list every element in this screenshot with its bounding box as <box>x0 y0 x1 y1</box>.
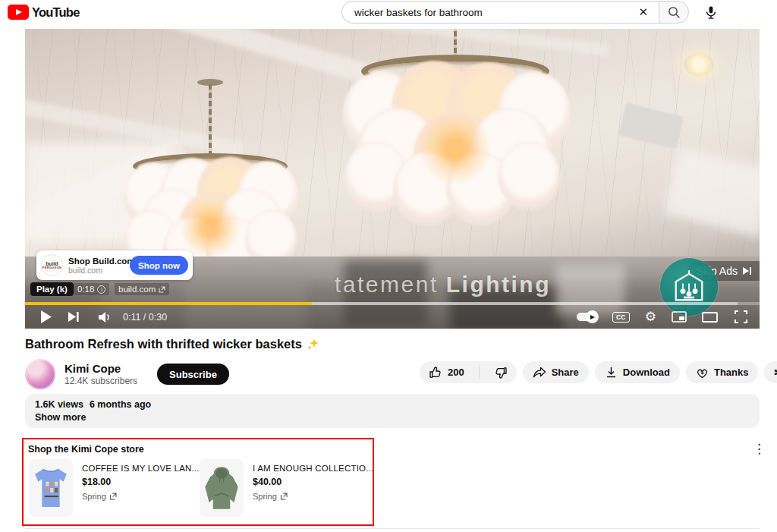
channel-name[interactable]: Kimi Cope <box>64 362 137 375</box>
ad-progress-played <box>25 302 312 305</box>
voice-search-button[interactable] <box>702 4 720 22</box>
product-price: $18.00 <box>82 477 200 487</box>
like-count: 200 <box>448 367 464 378</box>
product-card-hoodie[interactable]: I AM ENOUGH COLLECTIO... $40.00 Spring <box>200 459 373 517</box>
search-icon <box>667 5 681 20</box>
share-button[interactable]: Share <box>523 361 589 383</box>
ad-domain-badge[interactable]: build.com <box>115 283 169 295</box>
youtube-logo[interactable]: YouTube <box>8 5 80 20</box>
dislike-button[interactable] <box>485 361 517 383</box>
miniplayer-button[interactable] <box>672 305 687 329</box>
fullscreen-button[interactable] <box>735 305 747 329</box>
ad-title: Shop Build.com <box>68 257 124 266</box>
info-icon[interactable]: i <box>97 285 105 294</box>
skip-next-icon <box>743 266 752 275</box>
right-chandelier <box>357 29 554 266</box>
theater-mode-button[interactable] <box>702 305 718 329</box>
external-link-icon <box>109 493 117 500</box>
left-chandelier <box>127 74 294 279</box>
shop-now-button[interactable]: Shop now <box>130 256 188 275</box>
thumbs-down-icon <box>494 366 508 379</box>
show-more-link[interactable]: Show more <box>35 412 750 423</box>
ad-companion-card[interactable]: build FERGUSON Shop Build.com build.com … <box>36 250 193 280</box>
recessed-ceiling-light <box>684 53 714 76</box>
clear-search-icon[interactable]: ✕ <box>635 5 651 19</box>
autoplay-toggle[interactable] <box>577 305 597 329</box>
product-merchant-link[interactable]: Spring <box>82 492 200 501</box>
product-image-hoodie <box>200 459 244 517</box>
like-dislike-pill: 200 <box>420 361 517 383</box>
ad-domain: build.com <box>68 266 124 275</box>
subscribe-button[interactable]: Subscribe <box>157 364 229 385</box>
build-ferguson-logo: build FERGUSON <box>41 254 63 276</box>
search-input-wrap[interactable]: ✕ <box>341 1 659 24</box>
subscriber-count: 12.4K subscribers <box>64 376 137 386</box>
external-link-icon <box>159 286 165 293</box>
video-player[interactable]: tatementLighting build FERGUSON Shop Bui… <box>25 29 760 329</box>
product-card-coffee-tee[interactable]: COFFEE IS MY LOVE LAN... $18.00 Spring <box>29 459 200 517</box>
time-display: 0:11 / 0:30 <box>123 312 167 323</box>
search-button[interactable] <box>659 1 689 24</box>
product-name: COFFEE IS MY LOVE LAN... <box>82 464 200 473</box>
microphone-icon <box>704 5 718 20</box>
product-name: I AM ENOUGH COLLECTIO... <box>253 464 373 473</box>
svg-text:$: $ <box>701 370 704 376</box>
thumbs-up-icon <box>429 366 442 379</box>
seek-bar[interactable] <box>25 302 760 305</box>
settings-button[interactable]: ⚙ <box>645 305 656 329</box>
channel-row: Kimi Cope 12.4K subscribers Subscribe <box>25 359 229 389</box>
section-divider <box>25 528 760 529</box>
action-buttons: 200 Share Download $ Thanks <box>420 361 777 383</box>
scissors-icon: ✂ <box>774 366 777 379</box>
heart-dollar-icon: $ <box>696 367 709 379</box>
view-count: 1.6K views <box>35 399 83 410</box>
like-button[interactable]: 200 <box>420 361 473 383</box>
store-shelf-menu-icon[interactable]: ⋮ <box>753 442 766 457</box>
youtube-wordmark: YouTube <box>32 5 80 20</box>
youtube-play-icon <box>8 5 29 20</box>
sparkles-icon <box>307 338 319 351</box>
volume-button[interactable] <box>98 305 112 329</box>
clip-button[interactable]: ✂ Clip <box>764 361 777 383</box>
search-bar: ✕ <box>341 1 689 24</box>
download-icon <box>605 366 618 379</box>
product-price: $40.00 <box>253 477 373 487</box>
download-button[interactable]: Download <box>595 361 680 383</box>
gear-icon: ⚙ <box>645 310 656 323</box>
share-icon <box>533 367 546 379</box>
external-link-icon <box>280 493 288 500</box>
search-input[interactable] <box>354 7 635 18</box>
cc-icon: CC <box>612 312 630 323</box>
thanks-button[interactable]: $ Thanks <box>686 361 759 383</box>
player-controls: 0:11 / 0:30 CC ⚙ <box>25 305 760 329</box>
product-image-tshirt <box>29 459 73 517</box>
youtube-watch-page: YouTube ✕ <box>0 0 777 532</box>
play-button[interactable] <box>40 305 52 329</box>
store-heading: Shop the Kimi Cope store <box>28 444 144 455</box>
next-button[interactable] <box>68 305 80 329</box>
subtitles-button[interactable]: CC <box>612 305 630 329</box>
video-title: Bathroom Refresh with thrifted wicker ba… <box>25 337 319 351</box>
product-merchant-link[interactable]: Spring <box>253 492 373 501</box>
channel-avatar[interactable] <box>25 359 55 389</box>
top-bar: YouTube ✕ <box>0 0 777 25</box>
play-keyboard-tooltip: Play (k) <box>30 282 74 296</box>
ad-countdown-badge: 0:18 i <box>74 283 109 295</box>
upload-age: 6 months ago <box>90 399 151 410</box>
description-box[interactable]: 1.6K views 6 months ago Show more <box>25 394 760 428</box>
